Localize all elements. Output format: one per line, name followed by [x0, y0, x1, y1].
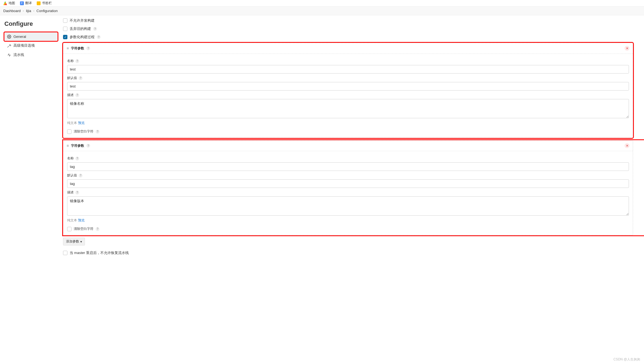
plaintext-label: 纯文本 [67, 218, 77, 222]
help-icon[interactable] [86, 46, 90, 50]
remove-param-button[interactable]: ✕ [625, 143, 629, 148]
help-icon[interactable] [75, 93, 79, 97]
help-icon[interactable] [93, 27, 97, 31]
bookmark-map[interactable]: 地图 [3, 1, 15, 5]
trim-label: 清除空白字符 [74, 129, 93, 134]
option-label: 丢弃旧的构建 [70, 26, 91, 31]
sidebar-item-pipeline[interactable]: 流水线 [4, 50, 58, 60]
field-label: 默认值 [67, 76, 77, 80]
bookmark-label: 翻译 [25, 1, 32, 5]
gear-icon [7, 35, 11, 39]
trim-label: 清除空白字符 [74, 227, 93, 231]
help-icon[interactable] [75, 157, 79, 160]
checkbox[interactable] [63, 35, 67, 39]
add-param-label: 添加参数 [66, 239, 79, 244]
option-label: 不允许并发构建 [70, 18, 95, 23]
bookmark-label: 书签栏 [42, 1, 52, 5]
svg-point-0 [9, 36, 10, 37]
crumb-current[interactable]: Configuration [36, 9, 58, 13]
field-label: 默认值 [67, 173, 77, 178]
sidebar-item-label: 流水线 [13, 52, 24, 57]
param-header: ≡ 字符参数 ✕ [63, 43, 633, 54]
preview-link[interactable]: 预览 [78, 121, 85, 125]
option-label: 参数化构建过程 [70, 35, 95, 39]
option-label: 当 master 重启后，不允许恢复流水线 [70, 250, 129, 255]
remove-param-button[interactable]: ✕ [625, 46, 629, 51]
string-param-block: ≡ 字符参数 ✕ 名称 默认值 描述 纯文本预览 清除空白字符 [63, 43, 633, 138]
param-section-title: 字符参数 [71, 46, 84, 51]
help-icon[interactable] [75, 191, 79, 194]
help-icon[interactable] [96, 130, 99, 134]
page-title: Configure [4, 20, 58, 27]
wrench-icon [7, 44, 11, 48]
bookmark-folder[interactable]: 书签栏 [37, 1, 52, 5]
chevron-right-icon: › [23, 9, 24, 12]
help-icon[interactable] [75, 59, 79, 63]
pipeline-icon [7, 53, 11, 57]
param-default-input[interactable] [67, 82, 629, 91]
highlight-wrapper: ≡ 字符参数 ✕ 名称 默认值 描述 纯文本预览 清除空白字符 [63, 140, 644, 235]
sidebar: Configure General 高级项目选项 流水线 [0, 15, 58, 270]
string-param-block: ≡ 字符参数 ✕ 名称 默认值 描述 纯文本预览 清除空白字符 [63, 140, 633, 235]
plaintext-label: 纯文本 [67, 121, 77, 125]
add-param-button[interactable]: 添加参数 ▾ [63, 238, 85, 246]
map-icon [3, 1, 7, 5]
checkbox[interactable] [67, 129, 72, 134]
sidebar-item-label: General [13, 35, 26, 39]
preview-link[interactable]: 预览 [78, 218, 85, 222]
field-label: 名称 [67, 59, 74, 63]
help-icon[interactable] [79, 174, 82, 177]
chevron-down-icon: ▾ [80, 240, 82, 244]
bookmark-translate[interactable]: 翻译 [20, 1, 32, 5]
crumb-dashboard[interactable]: Dashboard [3, 9, 21, 13]
option-no-resume: 当 master 重启后，不允许恢复流水线 [63, 250, 633, 255]
bookmark-bar: 地图 翻译 书签栏 [0, 0, 644, 7]
checkbox[interactable] [67, 227, 72, 231]
param-section-title: 字符参数 [71, 143, 84, 148]
checkbox[interactable] [63, 27, 67, 31]
checkbox[interactable] [63, 18, 67, 23]
main-content: 不允许并发构建 丢弃旧的构建 参数化构建过程 ≡ 字符参数 ✕ 名称 默认值 [58, 15, 644, 270]
folder-icon [37, 1, 41, 5]
chevron-right-icon: › [33, 9, 34, 12]
sidebar-item-label: 高级项目选项 [13, 43, 35, 48]
field-label: 名称 [67, 156, 74, 161]
breadcrumb: Dashboard › lijia › Configuration [0, 7, 644, 15]
param-name-input[interactable] [67, 162, 629, 171]
param-desc-textarea[interactable] [67, 99, 629, 118]
sidebar-item-general[interactable]: General [4, 32, 58, 41]
drag-handle-icon[interactable]: ≡ [67, 46, 69, 50]
sidebar-item-advanced[interactable]: 高级项目选项 [4, 41, 58, 50]
param-header: ≡ 字符参数 ✕ [63, 140, 633, 151]
help-icon[interactable] [96, 227, 99, 231]
help-icon[interactable] [86, 144, 90, 148]
translate-icon [20, 1, 24, 5]
option-parameterize: 参数化构建过程 [63, 35, 633, 39]
help-icon[interactable] [79, 76, 82, 80]
field-label: 描述 [67, 93, 74, 97]
field-label: 描述 [67, 190, 74, 195]
option-discard-old: 丢弃旧的构建 [63, 26, 633, 31]
bookmark-label: 地图 [8, 1, 15, 5]
param-desc-textarea[interactable] [67, 196, 629, 216]
option-no-concurrent: 不允许并发构建 [63, 18, 633, 23]
drag-handle-icon[interactable]: ≡ [67, 143, 69, 148]
param-default-input[interactable] [67, 179, 629, 188]
param-name-input[interactable] [67, 65, 629, 74]
help-icon[interactable] [97, 35, 101, 39]
checkbox[interactable] [63, 251, 67, 255]
crumb-project[interactable]: lijia [26, 9, 31, 13]
